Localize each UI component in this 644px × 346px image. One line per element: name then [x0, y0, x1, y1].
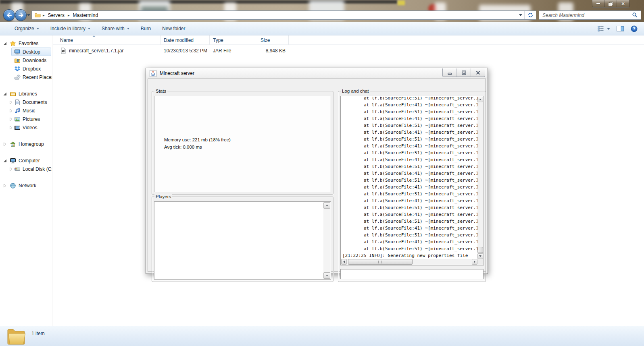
- breadcrumb-arrow-icon[interactable]: ▸: [41, 13, 47, 17]
- toolbar-button-include-in-library[interactable]: Include in library: [46, 24, 94, 33]
- sidebar-item-local-disk-c[interactable]: Local Disk (C:): [11, 165, 51, 173]
- log-line: at lf.a(SourceFile:41) ~[minecraft_serve…: [342, 184, 477, 191]
- preview-pane-button[interactable]: [617, 25, 624, 32]
- sidebar-item-documents[interactable]: Documents: [11, 98, 51, 106]
- search-input[interactable]: [539, 12, 632, 18]
- sidebar-item-label: Pictures: [23, 116, 40, 122]
- expand-arrow-icon[interactable]: [8, 125, 13, 130]
- close-button[interactable]: [471, 68, 485, 77]
- sidebar-group-label: Network: [19, 183, 36, 189]
- column-header-type[interactable]: Type: [210, 35, 257, 45]
- column-header-date-modified[interactable]: Date modified: [160, 35, 210, 45]
- expand-arrow-icon[interactable]: [8, 108, 13, 113]
- file-name-cell: minecraft_server.1.7.1.jar: [53, 48, 160, 54]
- toolbar-button-label: Organize: [15, 26, 34, 31]
- dropbox-icon: [14, 66, 21, 72]
- collapse-arrow-icon[interactable]: [2, 41, 7, 46]
- collapse-arrow-icon[interactable]: [2, 158, 7, 163]
- sidebar-item-dropbox[interactable]: Dropbox: [11, 64, 51, 73]
- sidebar-item-recent-places[interactable]: Recent Places: [11, 73, 51, 81]
- folder-icon: [34, 12, 41, 19]
- log-line: at lf.a(SourceFile:41) ~[minecraft_serve…: [342, 115, 477, 122]
- window-title-bar[interactable]: Minecraft server: [146, 68, 488, 79]
- arrow-down-icon: [326, 275, 328, 276]
- scroll-left-button[interactable]: [341, 259, 347, 265]
- search-box: [539, 10, 641, 20]
- scroll-right-button[interactable]: [472, 259, 477, 265]
- expand-arrow-icon[interactable]: [8, 167, 13, 172]
- toolbar-button-burn[interactable]: Burn: [137, 24, 155, 33]
- toolbar-button-new-folder[interactable]: New folder: [158, 24, 189, 33]
- file-name: minecraft_server.1.7.1.jar: [69, 48, 123, 54]
- log-line: at lf.a(SourceFile:41) ~[minecraft_serve…: [342, 170, 477, 177]
- scroll-up-button[interactable]: [323, 202, 330, 209]
- chevron-down-icon: [37, 28, 39, 29]
- sidebar-item-downloads[interactable]: Downloads: [11, 56, 51, 64]
- sidebar-item-videos[interactable]: Videos: [11, 123, 51, 132]
- arrow-up-icon: [479, 99, 481, 100]
- minimize-button[interactable]: [443, 68, 456, 77]
- log-line: at lf.b(SourceFile:51) ~[minecraft_serve…: [342, 177, 477, 184]
- column-header-size[interactable]: Size: [257, 35, 289, 45]
- players-list[interactable]: [154, 201, 331, 280]
- scroll-down-button[interactable]: [477, 253, 483, 259]
- sidebar-group-computer[interactable]: Computer: [0, 156, 52, 165]
- sidebar-item-music[interactable]: Music: [11, 106, 51, 115]
- sidebar-item-label: Desktop: [23, 49, 40, 55]
- column-headers: NameDate modifiedTypeSize: [53, 35, 644, 45]
- horizontal-scroll-thumb[interactable]: [348, 259, 413, 265]
- forward-arrow-icon: [18, 12, 24, 18]
- window-caption-buttons: [442, 68, 485, 77]
- scroll-up-button[interactable]: [477, 97, 483, 102]
- column-header-name[interactable]: Name: [53, 35, 160, 45]
- breadcrumb-arrow-icon[interactable]: ▸: [66, 13, 72, 17]
- sidebar-group: ComputerLocal Disk (C:): [0, 156, 52, 173]
- refresh-button[interactable]: [525, 11, 536, 19]
- computer-icon: [10, 157, 16, 164]
- forward-button[interactable]: [15, 9, 27, 21]
- expand-arrow-icon[interactable]: [2, 183, 7, 188]
- sidebar-group-libraries[interactable]: Libraries: [0, 89, 52, 98]
- change-view-button[interactable]: [598, 25, 610, 32]
- sidebar-group-network[interactable]: Network: [0, 181, 52, 190]
- log-text-area[interactable]: at lf.b(SourceFile:51) ~[minecraft_serve…: [341, 97, 477, 259]
- expand-arrow-icon[interactable]: [8, 117, 13, 122]
- address-dropdown-button[interactable]: [517, 11, 524, 19]
- vertical-scroll-thumb[interactable]: [477, 247, 483, 253]
- toolbar-button-organize[interactable]: Organize: [10, 24, 43, 33]
- details-pane: 1 item: [0, 326, 644, 346]
- minimize-button[interactable]: [592, 0, 604, 7]
- search-icon[interactable]: [632, 12, 638, 18]
- arrow-left-icon: [343, 261, 345, 263]
- sidebar-group-favorites[interactable]: Favorites: [0, 39, 52, 48]
- expand-arrow-icon[interactable]: [2, 142, 7, 147]
- maximize-button[interactable]: [456, 68, 471, 77]
- toolbar-button-label: New folder: [162, 26, 185, 31]
- back-button[interactable]: [3, 9, 15, 21]
- documents-icon: [14, 99, 21, 106]
- address-bar[interactable]: ▸ Servers ▸ Mastermind: [31, 10, 536, 20]
- players-scrollbar: [323, 202, 330, 279]
- collapse-arrow-icon[interactable]: [2, 91, 7, 96]
- scrollbar-corner: [477, 259, 483, 265]
- recent-pages-chevron-icon[interactable]: [27, 14, 30, 16]
- sidebar-group-homegroup[interactable]: Homegroup: [0, 140, 52, 148]
- players-group: Players: [152, 197, 333, 282]
- scroll-down-button[interactable]: [323, 272, 330, 279]
- jar-file-icon: [60, 48, 67, 54]
- toolbar-button-share-with[interactable]: Share with: [98, 24, 133, 33]
- sidebar-item-desktop[interactable]: Desktop: [11, 48, 51, 56]
- file-row[interactable]: minecraft_server.1.7.1.jar 10/23/2013 5:…: [53, 46, 343, 56]
- sidebar-item-pictures[interactable]: Pictures: [11, 115, 51, 123]
- close-button[interactable]: ✕: [617, 0, 629, 7]
- videos-icon: [14, 124, 21, 131]
- thumb-grip: [378, 261, 383, 263]
- command-input[interactable]: [341, 269, 483, 279]
- expand-arrow-icon[interactable]: [8, 100, 13, 105]
- help-button[interactable]: ?: [631, 25, 638, 32]
- breadcrumb-item-mastermind[interactable]: Mastermind: [71, 12, 99, 18]
- restore-button[interactable]: [604, 0, 617, 7]
- refresh-icon: [527, 12, 534, 18]
- breadcrumb-item-servers[interactable]: Servers: [47, 12, 66, 18]
- minimize-icon: [596, 3, 600, 4]
